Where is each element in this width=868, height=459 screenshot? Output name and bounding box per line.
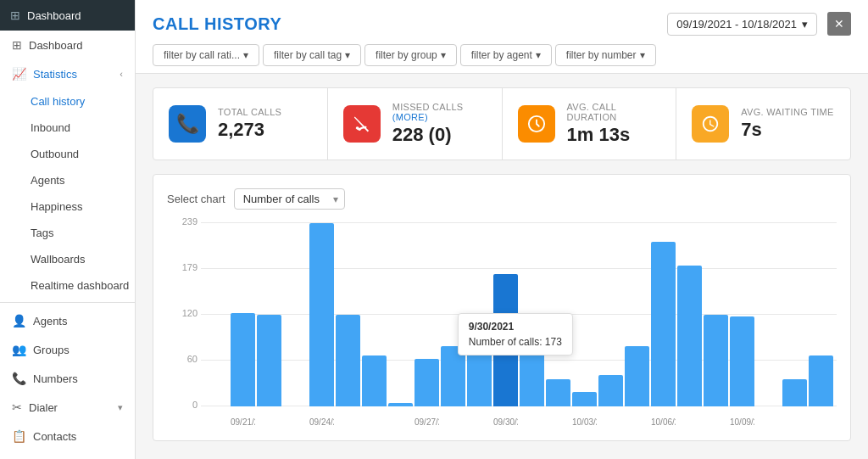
bar-2[interactable] [257, 315, 281, 406]
bar-9[interactable] [441, 346, 465, 406]
chart-type-select-wrapper: Number of calls Call duration Waiting ti… [234, 188, 345, 210]
sidebar-item-groups[interactable]: 👥 Groups [0, 335, 135, 364]
avg-duration-label: AVG. CALL DURATION [567, 102, 661, 122]
x-label-11: 09/30/2021 [493, 417, 518, 427]
bar-4[interactable] [309, 223, 334, 406]
sidebar-label-agents: Agents [33, 315, 67, 327]
filter-agent-label: filter by agent [471, 49, 532, 61]
sidebar-item-tags[interactable]: Tags [0, 220, 135, 246]
bar-16[interactable] [625, 346, 649, 406]
sidebar-item-internal[interactable]: 🗂 Internal contacts [0, 451, 135, 459]
chevron-down-date: ▾ [802, 18, 808, 31]
avg-duration-icon [518, 105, 555, 143]
sidebar-item-numbers[interactable]: 📞 Numbers [0, 364, 135, 393]
bar-8[interactable] [415, 359, 439, 406]
bar-23[interactable] [809, 355, 833, 406]
groups-icon: 👥 [12, 343, 26, 356]
divider-1 [0, 302, 135, 303]
date-range-button[interactable]: 09/19/2021 - 10/18/2021 ▾ [667, 13, 817, 36]
bars-container [201, 223, 837, 406]
page-header: CALL HISTORY 09/19/2021 - 10/18/2021 ▾ ✕… [136, 0, 868, 74]
sidebar-nav: ⊞ Dashboard 📈 Statistics ‹ Call history … [0, 31, 135, 459]
chevron-left-icon: ‹ [120, 69, 123, 79]
filter-call-tag-button[interactable]: filter by call tag ▾ [263, 44, 361, 66]
bar-11[interactable] [493, 274, 518, 406]
x-labels: 09/21/202109/24/202109/27/202109/30/2021… [201, 417, 837, 427]
sidebar-label-dashboard: Dashboard [29, 39, 83, 52]
x-label-20: 10/09/2021 [730, 417, 754, 427]
sidebar-label-groups: Groups [33, 344, 70, 356]
stat-avg-duration: AVG. CALL DURATION 1m 13s [503, 88, 677, 160]
chevron-filter-tag: ▾ [345, 49, 350, 61]
bar-1[interactable] [231, 313, 255, 406]
sidebar-top: ⊞ Dashboard [0, 0, 135, 31]
bar-19[interactable] [704, 315, 728, 406]
filter-call-rating-button[interactable]: filter by call rati... ▾ [153, 44, 259, 66]
total-calls-value: 2,273 [218, 119, 281, 141]
bar-20[interactable] [730, 316, 754, 406]
bar-5[interactable] [336, 315, 360, 406]
content-area: 📞 TOTAL CALLS 2,273 MISSED CALLS (MORE) … [136, 74, 868, 459]
close-button[interactable]: ✕ [827, 12, 851, 36]
x-label-1: 09/21/2021 [231, 417, 255, 427]
sidebar-item-agents-sub[interactable]: Agents [0, 167, 135, 193]
avg-duration-value: 1m 13s [567, 124, 661, 146]
close-icon: ✕ [834, 17, 844, 31]
filter-group-button[interactable]: filter by group ▾ [364, 44, 457, 66]
header-top: CALL HISTORY 09/19/2021 - 10/18/2021 ▾ ✕ [153, 12, 851, 36]
sidebar-item-wallboards[interactable]: Wallboards [0, 246, 135, 272]
filter-call-rating-label: filter by call rati... [164, 49, 240, 61]
sidebar-label-contacts: Contacts [33, 430, 76, 443]
bar-6[interactable] [362, 355, 387, 406]
bar-7[interactable] [388, 403, 413, 406]
chevron-filter-agent: ▾ [536, 49, 541, 61]
contacts-icon: 📋 [12, 429, 26, 443]
chevron-down-dialer: ▾ [118, 402, 123, 413]
agents-icon: 👤 [12, 314, 26, 327]
chart-header: Select chart Number of calls Call durati… [167, 188, 837, 210]
filter-number-button[interactable]: filter by number ▾ [555, 44, 656, 66]
bar-10[interactable] [467, 339, 492, 406]
missed-calls-label: MISSED CALLS (MORE) [392, 102, 487, 122]
dialer-icon: ✂ [12, 400, 22, 414]
date-range-text: 09/19/2021 - 10/18/2021 [676, 18, 797, 31]
sidebar-item-realtime[interactable]: Realtime dashboard [0, 272, 135, 299]
bar-12[interactable] [520, 337, 544, 406]
bar-22[interactable] [782, 379, 807, 406]
bar-14[interactable] [572, 392, 597, 406]
stat-missed-calls: MISSED CALLS (MORE) 228 (0) [328, 88, 503, 160]
stats-row: 📞 TOTAL CALLS 2,273 MISSED CALLS (MORE) … [153, 87, 851, 160]
chart-area: 239 179 120 60 0 [167, 223, 837, 427]
total-calls-label: TOTAL CALLS [218, 107, 281, 117]
total-calls-info: TOTAL CALLS 2,273 [218, 107, 281, 141]
x-label-17: 10/06/2021 [651, 417, 676, 427]
sidebar-item-dialer[interactable]: ✂ Dialer ▾ [0, 393, 135, 422]
bar-18[interactable] [677, 266, 702, 406]
total-calls-icon: 📞 [169, 105, 206, 143]
sidebar-label-dialer: Dialer [29, 401, 58, 414]
numbers-icon: 📞 [12, 372, 26, 385]
bar-13[interactable] [546, 379, 570, 406]
sidebar-label-numbers: Numbers [33, 372, 78, 385]
sidebar-app-title: Dashboard [27, 9, 81, 22]
avg-duration-info: AVG. CALL DURATION 1m 13s [567, 102, 661, 146]
sidebar-item-agents[interactable]: 👤 Agents [0, 306, 135, 335]
sidebar-item-happiness[interactable]: Happiness [0, 193, 135, 220]
bar-17[interactable] [651, 242, 676, 406]
x-label-4: 09/24/2021 [309, 417, 334, 427]
bar-15[interactable] [598, 375, 623, 406]
chart-type-select[interactable]: Number of calls Call duration Waiting ti… [234, 188, 345, 210]
chevron-filter-number: ▾ [640, 49, 645, 61]
sidebar-item-call-history[interactable]: Call history [0, 88, 135, 115]
chart-section: Select chart Number of calls Call durati… [153, 174, 851, 441]
missed-calls-value: 228 (0) [392, 124, 487, 146]
missed-calls-more-link[interactable]: (MORE) [392, 112, 428, 122]
sidebar-item-outbound[interactable]: Outbound [0, 141, 135, 167]
statistics-icon: 📈 [12, 67, 26, 81]
filter-agent-button[interactable]: filter by agent ▾ [460, 44, 552, 66]
sidebar-item-contacts[interactable]: 📋 Contacts [0, 422, 135, 451]
stat-total-calls: 📞 TOTAL CALLS 2,273 [153, 88, 328, 160]
sidebar-item-dashboard[interactable]: ⊞ Dashboard [0, 31, 135, 59]
sidebar-item-statistics[interactable]: 📈 Statistics ‹ [0, 59, 135, 88]
sidebar-item-inbound[interactable]: Inbound [0, 115, 135, 141]
